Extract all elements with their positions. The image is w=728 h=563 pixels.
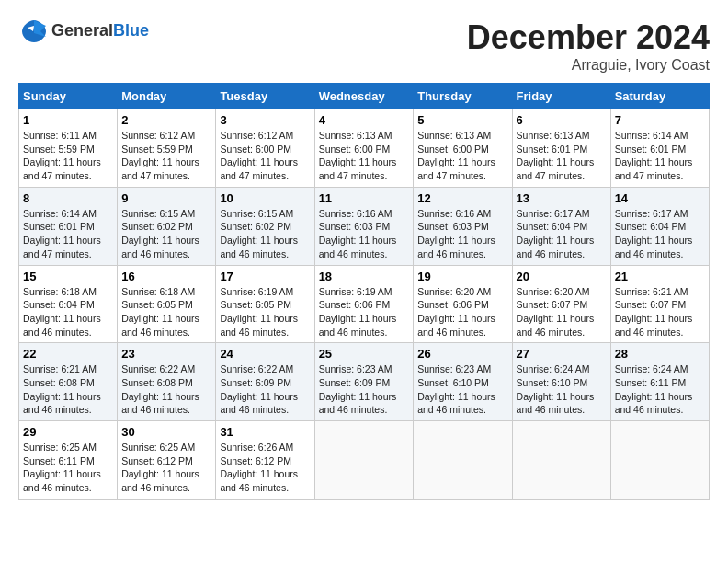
column-header-sunday: Sunday <box>19 84 118 109</box>
calendar-cell: 9Sunrise: 6:15 AM Sunset: 6:02 PM Daylig… <box>118 187 216 265</box>
day-info: Sunrise: 6:18 AM Sunset: 6:05 PM Dayligh… <box>121 285 211 339</box>
day-number: 29 <box>23 425 113 439</box>
day-number: 21 <box>615 270 705 283</box>
day-info: Sunrise: 6:22 AM Sunset: 6:08 PM Dayligh… <box>121 362 211 417</box>
day-info: Sunrise: 6:20 AM Sunset: 6:07 PM Dayligh… <box>517 285 607 339</box>
day-info: Sunrise: 6:24 AM Sunset: 6:11 PM Dayligh… <box>615 362 705 417</box>
day-number: 4 <box>319 113 410 127</box>
day-number: 24 <box>220 347 310 361</box>
day-info: Sunrise: 6:21 AM Sunset: 6:08 PM Dayligh… <box>23 362 113 417</box>
column-header-saturday: Saturday <box>610 84 709 109</box>
day-number: 5 <box>417 113 507 127</box>
calendar-week-3: 15Sunrise: 6:18 AM Sunset: 6:04 PM Dayli… <box>19 265 710 343</box>
calendar-cell <box>610 421 709 500</box>
day-number: 1 <box>23 113 113 127</box>
day-info: Sunrise: 6:14 AM Sunset: 6:01 PM Dayligh… <box>615 129 705 183</box>
day-number: 8 <box>23 191 113 205</box>
calendar-table: SundayMondayTuesdayWednesdayThursdayFrid… <box>18 83 710 500</box>
day-info: Sunrise: 6:13 AM Sunset: 6:00 PM Dayligh… <box>319 129 410 183</box>
day-info: Sunrise: 6:17 AM Sunset: 6:04 PM Dayligh… <box>517 207 607 261</box>
column-header-thursday: Thursday <box>414 84 512 109</box>
month-title: December 2024 <box>467 18 710 57</box>
day-info: Sunrise: 6:13 AM Sunset: 6:00 PM Dayligh… <box>417 129 507 183</box>
day-info: Sunrise: 6:17 AM Sunset: 6:04 PM Dayligh… <box>615 207 705 261</box>
calendar-cell: 7Sunrise: 6:14 AM Sunset: 6:01 PM Daylig… <box>610 109 709 188</box>
day-number: 17 <box>220 270 310 283</box>
calendar-cell: 17Sunrise: 6:19 AM Sunset: 6:05 PM Dayli… <box>216 265 314 343</box>
day-info: Sunrise: 6:13 AM Sunset: 6:01 PM Dayligh… <box>517 129 607 183</box>
calendar-week-5: 29Sunrise: 6:25 AM Sunset: 6:11 PM Dayli… <box>19 421 710 500</box>
day-number: 25 <box>319 347 410 361</box>
calendar-cell: 3Sunrise: 6:12 AM Sunset: 6:00 PM Daylig… <box>216 109 314 188</box>
calendar-cell: 8Sunrise: 6:14 AM Sunset: 6:01 PM Daylig… <box>19 187 118 265</box>
day-number: 19 <box>417 270 507 283</box>
calendar-cell: 11Sunrise: 6:16 AM Sunset: 6:03 PM Dayli… <box>314 187 414 265</box>
day-number: 3 <box>220 113 310 127</box>
day-info: Sunrise: 6:22 AM Sunset: 6:09 PM Dayligh… <box>220 362 310 417</box>
day-number: 22 <box>23 347 113 361</box>
day-info: Sunrise: 6:15 AM Sunset: 6:02 PM Dayligh… <box>220 207 310 261</box>
day-info: Sunrise: 6:25 AM Sunset: 6:11 PM Dayligh… <box>23 441 113 495</box>
logo-icon <box>20 18 48 44</box>
day-number: 31 <box>220 425 310 439</box>
day-info: Sunrise: 6:12 AM Sunset: 5:59 PM Dayligh… <box>121 129 211 183</box>
calendar-week-4: 22Sunrise: 6:21 AM Sunset: 6:08 PM Dayli… <box>19 343 710 421</box>
calendar-cell: 5Sunrise: 6:13 AM Sunset: 6:00 PM Daylig… <box>414 109 512 188</box>
calendar-cell: 6Sunrise: 6:13 AM Sunset: 6:01 PM Daylig… <box>512 109 610 188</box>
calendar-week-2: 8Sunrise: 6:14 AM Sunset: 6:01 PM Daylig… <box>19 187 710 265</box>
column-header-friday: Friday <box>512 84 610 109</box>
day-number: 14 <box>615 191 705 205</box>
logo-general: General <box>51 21 113 40</box>
calendar-cell: 23Sunrise: 6:22 AM Sunset: 6:08 PM Dayli… <box>118 343 216 421</box>
day-info: Sunrise: 6:16 AM Sunset: 6:03 PM Dayligh… <box>319 207 410 261</box>
calendar-cell: 30Sunrise: 6:25 AM Sunset: 6:12 PM Dayli… <box>118 421 216 500</box>
day-info: Sunrise: 6:12 AM Sunset: 6:00 PM Dayligh… <box>220 129 310 183</box>
day-info: Sunrise: 6:19 AM Sunset: 6:05 PM Dayligh… <box>220 285 310 339</box>
title-block: December 2024 Arraguie, Ivory Coast <box>467 18 710 74</box>
day-number: 12 <box>417 191 507 205</box>
calendar-cell: 22Sunrise: 6:21 AM Sunset: 6:08 PM Dayli… <box>19 343 118 421</box>
day-number: 28 <box>615 347 705 361</box>
day-number: 30 <box>121 425 211 439</box>
day-info: Sunrise: 6:20 AM Sunset: 6:06 PM Dayligh… <box>417 285 507 339</box>
calendar-cell: 29Sunrise: 6:25 AM Sunset: 6:11 PM Dayli… <box>19 421 118 500</box>
calendar-cell: 25Sunrise: 6:23 AM Sunset: 6:09 PM Dayli… <box>314 343 414 421</box>
calendar-cell <box>414 421 512 500</box>
day-number: 7 <box>615 113 705 127</box>
day-number: 13 <box>517 191 607 205</box>
day-number: 16 <box>121 270 211 283</box>
day-number: 18 <box>319 270 410 283</box>
location-subtitle: Arraguie, Ivory Coast <box>467 57 710 74</box>
calendar-cell: 28Sunrise: 6:24 AM Sunset: 6:11 PM Dayli… <box>610 343 709 421</box>
day-info: Sunrise: 6:23 AM Sunset: 6:10 PM Dayligh… <box>417 362 507 417</box>
calendar-cell: 31Sunrise: 6:26 AM Sunset: 6:12 PM Dayli… <box>216 421 314 500</box>
page-header: GeneralBlue December 2024 Arraguie, Ivor… <box>18 18 710 74</box>
day-info: Sunrise: 6:18 AM Sunset: 6:04 PM Dayligh… <box>23 285 113 339</box>
day-info: Sunrise: 6:15 AM Sunset: 6:02 PM Dayligh… <box>121 207 211 261</box>
day-number: 26 <box>417 347 507 361</box>
day-info: Sunrise: 6:14 AM Sunset: 6:01 PM Dayligh… <box>23 207 113 261</box>
calendar-cell: 16Sunrise: 6:18 AM Sunset: 6:05 PM Dayli… <box>118 265 216 343</box>
calendar-cell <box>314 421 414 500</box>
calendar-cell: 18Sunrise: 6:19 AM Sunset: 6:06 PM Dayli… <box>314 265 414 343</box>
day-number: 9 <box>121 191 211 205</box>
calendar-cell: 21Sunrise: 6:21 AM Sunset: 6:07 PM Dayli… <box>610 265 709 343</box>
day-info: Sunrise: 6:19 AM Sunset: 6:06 PM Dayligh… <box>319 285 410 339</box>
calendar-cell: 12Sunrise: 6:16 AM Sunset: 6:03 PM Dayli… <box>414 187 512 265</box>
calendar-cell: 13Sunrise: 6:17 AM Sunset: 6:04 PM Dayli… <box>512 187 610 265</box>
day-number: 10 <box>220 191 310 205</box>
column-header-monday: Monday <box>118 84 216 109</box>
day-info: Sunrise: 6:26 AM Sunset: 6:12 PM Dayligh… <box>220 441 310 495</box>
calendar-header-row: SundayMondayTuesdayWednesdayThursdayFrid… <box>19 84 710 109</box>
day-info: Sunrise: 6:23 AM Sunset: 6:09 PM Dayligh… <box>319 362 410 417</box>
calendar-cell: 24Sunrise: 6:22 AM Sunset: 6:09 PM Dayli… <box>216 343 314 421</box>
calendar-cell: 14Sunrise: 6:17 AM Sunset: 6:04 PM Dayli… <box>610 187 709 265</box>
calendar-cell: 4Sunrise: 6:13 AM Sunset: 6:00 PM Daylig… <box>314 109 414 188</box>
calendar-cell: 20Sunrise: 6:20 AM Sunset: 6:07 PM Dayli… <box>512 265 610 343</box>
column-header-tuesday: Tuesday <box>216 84 314 109</box>
day-number: 11 <box>319 191 410 205</box>
day-number: 23 <box>121 347 211 361</box>
day-info: Sunrise: 6:25 AM Sunset: 6:12 PM Dayligh… <box>121 441 211 495</box>
day-number: 6 <box>517 113 607 127</box>
calendar-cell: 1Sunrise: 6:11 AM Sunset: 5:59 PM Daylig… <box>19 109 118 188</box>
